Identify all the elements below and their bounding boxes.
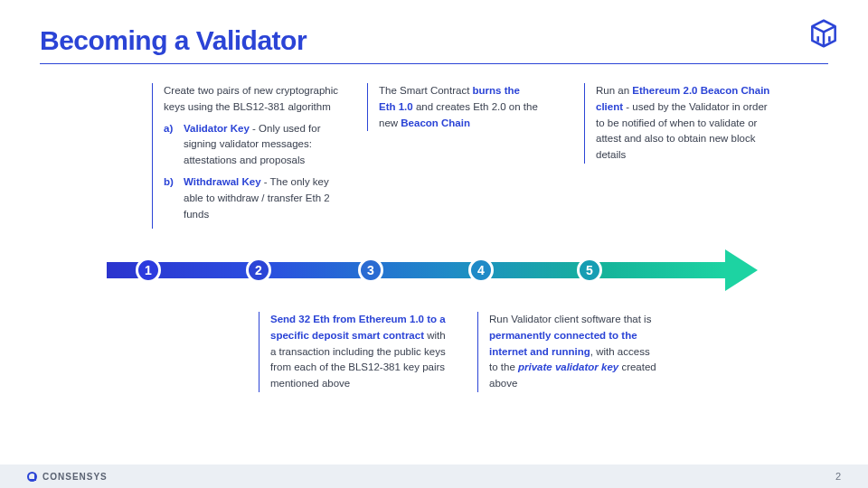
- footer-bar: CONSENSYS 2: [0, 465, 868, 488]
- step-5-text: Run an Ethereum 2.0 Beacon Chain client …: [584, 83, 774, 164]
- consensys-logo-icon: [27, 472, 37, 482]
- page-title: Becoming a Validator: [40, 25, 828, 56]
- step-4-text: Run Validator client software that is pe…: [477, 312, 658, 392]
- step-4-bold2: private validator key: [518, 361, 618, 372]
- step-4-lead: Run Validator client software that is: [489, 314, 651, 324]
- timeline-bar: [107, 262, 725, 278]
- timeline-node-3: 3: [358, 258, 383, 283]
- footer-brand: CONSENSYS: [27, 472, 108, 482]
- step-1-intro: Create two pairs of new cryptographic ke…: [164, 85, 338, 112]
- step-1-key-a: a) Validator Key - Only used for signing…: [180, 121, 342, 169]
- arrow-right-icon: [725, 249, 758, 291]
- page-number: 2: [835, 471, 841, 482]
- footer-brand-text: CONSENSYS: [42, 472, 108, 482]
- timeline-node-1: 1: [136, 258, 161, 283]
- header: Becoming a Validator: [40, 25, 828, 64]
- step-3-lead: The Smart Contract: [379, 85, 473, 96]
- timeline-node-4: 4: [468, 258, 494, 283]
- step-2-bold: Send 32 Eth from Ethereum 1.0 to a speci…: [270, 314, 446, 341]
- letter-a: a): [164, 121, 173, 137]
- timeline-node-2: 2: [246, 258, 271, 283]
- step-3-bold2: Beacon Chain: [401, 117, 470, 128]
- validator-key-label: Validator Key: [184, 123, 250, 134]
- step-1-text: Create two pairs of new cryptographic ke…: [152, 83, 342, 229]
- step-2-text: Send 32 Eth from Ethereum 1.0 to a speci…: [259, 312, 448, 392]
- step-1-key-b: b) Withdrawal Key - The only key able to…: [180, 174, 342, 222]
- title-divider: [40, 63, 828, 64]
- withdrawal-key-label: Withdrawal Key: [184, 176, 261, 187]
- step-5-lead: Run an: [596, 85, 632, 96]
- step-3-text: The Smart Contract burns the Eth 1.0 and…: [367, 83, 539, 131]
- step-1-keylist: a) Validator Key - Only used for signing…: [164, 121, 342, 223]
- brand-logo-icon: [807, 16, 841, 51]
- process-timeline: 1 2 3 4 5: [107, 257, 758, 284]
- letter-b: b): [164, 174, 174, 191]
- timeline-node-5: 5: [577, 258, 602, 283]
